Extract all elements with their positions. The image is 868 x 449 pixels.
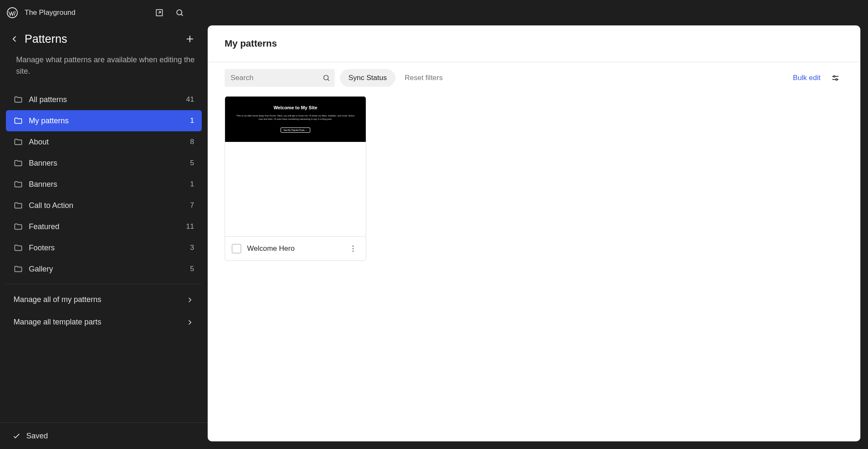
manage-my-patterns[interactable]: Manage all of my patterns	[6, 288, 202, 311]
sidebar-item-all-patterns[interactable]: All patterns 41	[6, 89, 202, 110]
svg-point-0	[7, 8, 17, 18]
svg-point-4	[833, 76, 835, 78]
sidebar-item-count: 5	[190, 159, 194, 167]
back-button[interactable]	[6, 30, 23, 47]
folder-icon	[14, 95, 23, 104]
page-title: My patterns	[225, 38, 843, 49]
manage-label: Manage all of my patterns	[14, 295, 101, 304]
sidebar-item-label: Banners	[29, 180, 184, 189]
pattern-preview[interactable]: Welcome to My Site This is my little hom…	[225, 97, 366, 236]
chevron-right-icon	[186, 296, 194, 304]
folder-icon	[14, 243, 23, 252]
view-options-button[interactable]	[827, 70, 843, 86]
svg-point-8	[353, 251, 354, 252]
saved-status: Saved	[0, 422, 208, 449]
search-icon	[322, 74, 331, 82]
svg-point-5	[836, 79, 837, 80]
preview-button: See My Popular Posts →	[281, 127, 310, 133]
search-input[interactable]	[225, 69, 335, 87]
manage-label: Manage all template parts	[14, 318, 101, 327]
bulk-edit-button[interactable]: Bulk edit	[793, 74, 821, 82]
sidebar-item-banners-2[interactable]: Banners 1	[6, 174, 202, 195]
pattern-title: Welcome Hero	[247, 244, 341, 253]
sidebar-item-count: 11	[186, 222, 194, 231]
view-site-icon[interactable]	[151, 4, 168, 21]
folder-icon	[14, 180, 23, 189]
sidebar-item-count: 8	[190, 138, 194, 146]
folder-icon	[14, 264, 23, 274]
manage-template-parts[interactable]: Manage all template parts	[6, 311, 202, 333]
sidebar-item-label: Footers	[29, 244, 184, 252]
sidebar-item-my-patterns[interactable]: My patterns 1	[6, 110, 202, 131]
site-title[interactable]: The Playground	[25, 8, 75, 17]
sync-status-filter[interactable]: Sync Status	[340, 69, 395, 87]
sidebar-item-count: 7	[190, 201, 194, 210]
svg-point-2	[177, 10, 182, 15]
saved-label: Saved	[26, 432, 48, 441]
folder-icon	[14, 137, 23, 147]
sidebar-title: Patterns	[25, 33, 180, 46]
sidebar-item-label: My patterns	[29, 116, 184, 125]
check-icon	[12, 431, 21, 441]
sidebar-item-featured[interactable]: Featured 11	[6, 216, 202, 237]
svg-point-3	[324, 75, 328, 80]
preview-text: This is my little home away from home. H…	[231, 114, 360, 121]
sidebar-item-count: 1	[190, 180, 194, 188]
pattern-card[interactable]: Welcome to My Site This is my little hom…	[225, 96, 366, 261]
reset-filters-button[interactable]: Reset filters	[401, 74, 447, 82]
sidebar-item-label: All patterns	[29, 95, 180, 104]
sidebar-item-label: Gallery	[29, 265, 184, 274]
sidebar-item-footers[interactable]: Footers 3	[6, 237, 202, 258]
pattern-actions-menu[interactable]	[347, 243, 359, 255]
sidebar-item-banners-1[interactable]: Banners 5	[6, 152, 202, 174]
sidebar-item-label: Featured	[29, 222, 180, 231]
folder-icon	[14, 158, 23, 168]
svg-point-6	[353, 246, 354, 247]
add-pattern-button[interactable]	[181, 30, 198, 47]
sidebar-description: Manage what patterns are available when …	[6, 54, 202, 89]
wordpress-logo[interactable]	[7, 7, 18, 18]
pattern-checkbox[interactable]	[232, 244, 241, 253]
search-icon[interactable]	[171, 4, 188, 21]
svg-point-7	[353, 248, 354, 249]
sidebar-item-count: 41	[186, 95, 194, 104]
folder-icon	[14, 222, 23, 231]
sidebar-item-call-to-action[interactable]: Call to Action 7	[6, 195, 202, 216]
sidebar-item-count: 3	[190, 244, 194, 252]
folder-icon	[14, 201, 23, 210]
sidebar-item-label: About	[29, 138, 184, 147]
sidebar-item-about[interactable]: About 8	[6, 131, 202, 152]
sidebar-item-label: Call to Action	[29, 201, 184, 210]
sidebar-item-label: Banners	[29, 159, 184, 168]
folder-icon	[14, 116, 23, 125]
chevron-right-icon	[186, 318, 194, 327]
preview-heading: Welcome to My Site	[231, 105, 360, 110]
sidebar-item-count: 5	[190, 265, 194, 273]
sidebar-item-count: 1	[190, 116, 194, 125]
divider	[6, 284, 202, 284]
sidebar-item-gallery[interactable]: Gallery 5	[6, 258, 202, 280]
